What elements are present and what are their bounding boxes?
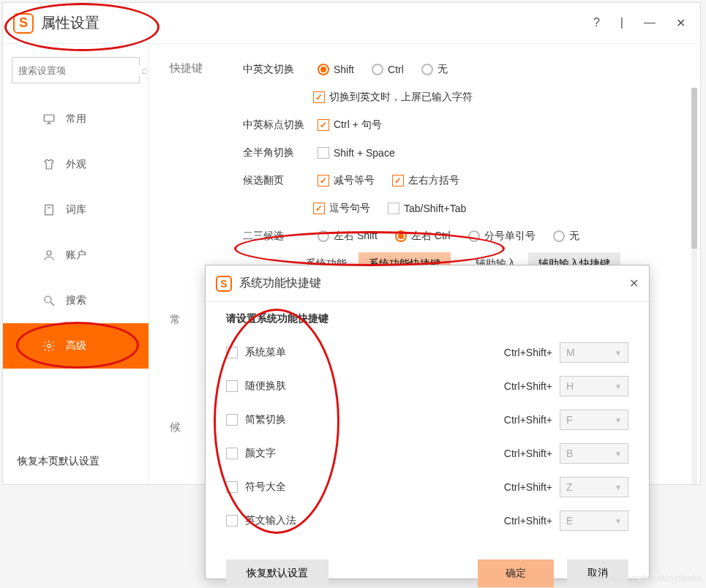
dialog-heading: 请设置系统功能快捷键 [226, 312, 628, 325]
dialog-title: 系统功能快捷键 [239, 276, 629, 291]
sidebar-item-label: 词库 [66, 203, 86, 216]
chevron-down-icon: ▼ [615, 416, 622, 424]
sidebar-item-label: 高级 [66, 339, 86, 353]
combo-value: H [566, 380, 574, 392]
app-logo-icon: S [13, 13, 34, 34]
svg-point-8 [48, 344, 51, 348]
radio-none[interactable]: 无 [421, 63, 448, 76]
combo-value: F [566, 414, 573, 426]
checkbox-comma-period[interactable]: 逗号句号 [313, 202, 370, 215]
monitor-icon [42, 113, 56, 126]
dictionary-icon [42, 203, 56, 216]
hotkey-combo[interactable]: Z▼ [560, 477, 628, 497]
hotkey-combo[interactable]: E▼ [560, 510, 628, 531]
svg-rect-0 [44, 115, 54, 121]
chevron-down-icon: ▼ [615, 483, 622, 491]
radio-icon [318, 64, 329, 75]
checkbox-icon [388, 203, 399, 214]
search-box[interactable]: ⌕ [12, 57, 140, 83]
checkbox-icon[interactable] [226, 414, 238, 426]
hotkey-row: 颜文字Ctrl+Shift+B▼ [226, 437, 628, 470]
hotkey-combo[interactable]: H▼ [560, 376, 628, 396]
radio-ctrl[interactable]: Ctrl [372, 64, 404, 75]
radio-shift[interactable]: Shift [318, 64, 354, 75]
checkbox-icon[interactable] [226, 515, 238, 527]
sysfunc-hotkey-dialog: S 系统功能快捷键 ✕ 请设置系统功能快捷键 系统菜单Ctrl+Shift+M▼… [205, 265, 650, 579]
row-label-punct: 中英标点切换 [243, 118, 313, 132]
hotkey-prefix: Ctrl+Shift+ [504, 380, 552, 392]
sidebar-item-advanced[interactable]: 高级 [3, 323, 149, 369]
hotkey-name: 英文输入法 [245, 514, 504, 527]
svg-point-5 [47, 251, 51, 255]
row-label-fullhalf: 全半角切换 [243, 146, 313, 159]
hotkey-name: 随便换肤 [245, 380, 504, 393]
checkbox-icon [313, 91, 325, 103]
checkbox-commit-on-switch[interactable]: 切换到英文时，上屏已输入字符 [313, 91, 473, 104]
sidebar-item-dict[interactable]: 词库 [3, 187, 149, 233]
sidebar-item-search[interactable]: 搜索 [3, 278, 149, 323]
hotkey-name: 符号大全 [245, 480, 504, 494]
sidebar: ⌕ 常用 外观 词库 [3, 44, 149, 484]
hotkey-prefix: Ctrl+Shift+ [504, 414, 552, 426]
sidebar-item-common[interactable]: 常用 [3, 97, 149, 142]
hotkey-combo[interactable]: B▼ [560, 443, 628, 464]
checkbox-icon[interactable] [226, 347, 238, 358]
checkbox-icon[interactable] [226, 380, 238, 392]
hotkey-row: 系统菜单Ctrl+Shift+M▼ [226, 336, 628, 369]
chevron-down-icon: ▼ [615, 450, 622, 458]
sidebar-item-label: 常用 [66, 113, 86, 126]
search-input[interactable] [18, 65, 141, 76]
close-button[interactable]: ✕ [676, 16, 686, 30]
user-icon [42, 249, 56, 262]
scrollbar-thumb[interactable] [691, 88, 697, 249]
radio-icon [318, 230, 329, 242]
checkbox-icon [313, 203, 325, 214]
hotkey-combo[interactable]: M▼ [560, 342, 628, 363]
chevron-down-icon: ▼ [615, 382, 622, 391]
checkbox-icon[interactable] [226, 481, 238, 493]
svg-line-7 [50, 302, 54, 306]
radio-semicolon-quote[interactable]: 分号单引号 [468, 230, 536, 243]
restore-defaults-button[interactable]: 恢复默认设置 [226, 559, 328, 587]
checkbox-icon[interactable] [226, 448, 238, 459]
minimize-button[interactable]: — [644, 16, 656, 30]
row-label-cand23: 二三候选 [243, 230, 313, 243]
magnifier-icon [42, 294, 56, 307]
section-hotkey-label: 快捷键 [170, 56, 243, 278]
scrollbar[interactable] [691, 88, 697, 484]
radio-lr-shift[interactable]: 左右 Shift [318, 230, 378, 243]
ok-button[interactable]: 确定 [478, 559, 554, 587]
restore-page-defaults[interactable]: 恢复本页默认设置 [3, 440, 149, 484]
hotkey-prefix: Ctrl+Shift+ [504, 515, 552, 527]
checkbox-ctrl-period[interactable]: Ctrl + 句号 [318, 118, 382, 132]
dialog-close-button[interactable]: ✕ [629, 276, 639, 290]
svg-rect-3 [45, 205, 53, 215]
hotkey-prefix: Ctrl+Shift+ [504, 347, 552, 358]
checkbox-icon [318, 119, 329, 131]
sidebar-item-account[interactable]: 账户 [3, 233, 149, 278]
radio-icon [468, 230, 480, 242]
radio-icon [553, 230, 565, 242]
radio-cand-none[interactable]: 无 [553, 230, 579, 243]
radio-lr-ctrl[interactable]: 左右 Ctrl [395, 230, 451, 243]
hotkey-row: 随便换肤Ctrl+Shift+H▼ [226, 369, 628, 403]
checkbox-brackets[interactable]: 左右方括号 [392, 174, 459, 187]
title-bar: S 属性设置 ? | — ✕ [3, 3, 700, 44]
hotkey-prefix: Ctrl+Shift+ [504, 481, 552, 493]
checkbox-shift-space[interactable]: Shift + Space [318, 147, 395, 159]
combo-value: B [566, 448, 573, 459]
checkbox-tab-shift-tab[interactable]: Tab/Shift+Tab [388, 203, 466, 214]
svg-point-6 [45, 296, 51, 303]
sidebar-item-label: 搜索 [66, 294, 86, 307]
radio-icon [421, 64, 433, 75]
dialog-logo-icon: S [216, 276, 232, 292]
combo-value: Z [566, 481, 573, 493]
combo-value: E [566, 515, 573, 527]
chevron-down-icon: ▼ [615, 349, 622, 357]
hotkey-row: 简繁切换Ctrl+Shift+F▼ [226, 403, 628, 437]
checkbox-minus-equals[interactable]: 减号等号 [318, 174, 375, 187]
hotkey-combo[interactable]: F▼ [560, 410, 628, 430]
help-button[interactable]: ? [593, 16, 600, 30]
search-icon[interactable]: ⌕ [141, 64, 149, 77]
sidebar-item-appearance[interactable]: 外观 [3, 142, 149, 187]
